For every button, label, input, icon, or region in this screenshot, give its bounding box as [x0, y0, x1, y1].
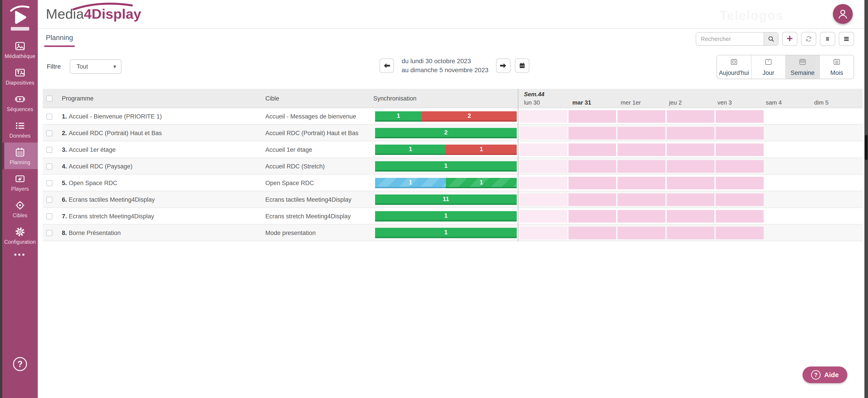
sidebar-item-diapositives[interactable]: Diapositives	[2, 63, 38, 90]
day-cell-scheduled[interactable]	[667, 144, 715, 156]
day-cell-empty[interactable]	[814, 127, 862, 140]
sync-bar[interactable]: 1	[375, 228, 517, 238]
sidebar-item-sequences[interactable]: Séquences	[2, 90, 38, 116]
day-cell-scheduled[interactable]	[519, 160, 567, 173]
stop-button[interactable]	[820, 32, 835, 46]
day-cell-scheduled[interactable]	[667, 210, 715, 223]
sync-bar[interactable]: 2	[375, 128, 517, 138]
day-cell-scheduled[interactable]	[716, 177, 764, 189]
sidebar-help-button[interactable]: ?	[13, 357, 27, 371]
scrollbar-thumb[interactable]	[865, 135, 868, 160]
day-cell-scheduled[interactable]	[618, 227, 665, 239]
row-checkbox[interactable]	[46, 197, 52, 203]
day-cell-scheduled[interactable]	[716, 127, 764, 140]
sync-bar[interactable]: 11	[375, 194, 517, 205]
sync-bar[interactable]: 12	[375, 111, 517, 122]
sidebar-item-players[interactable]: Players	[2, 169, 38, 195]
day-cell-scheduled[interactable]	[716, 144, 764, 156]
day-cell-scheduled[interactable]	[519, 193, 567, 206]
day-cell-empty[interactable]	[765, 144, 813, 156]
day-cell-empty[interactable]	[814, 160, 862, 173]
row-checkbox[interactable]	[46, 213, 52, 219]
day-cell-scheduled[interactable]	[716, 193, 764, 206]
select-all-checkbox[interactable]	[46, 96, 52, 102]
day-cell-scheduled[interactable]	[667, 127, 715, 140]
day-cell-scheduled[interactable]	[519, 127, 567, 140]
day-cell-empty[interactable]	[814, 110, 862, 123]
day-cell-empty[interactable]	[765, 193, 813, 206]
sync-bar[interactable]: 11	[375, 178, 517, 188]
day-cell-empty[interactable]	[814, 144, 862, 156]
tab-planning[interactable]: Planning	[46, 34, 73, 47]
day-cell-empty[interactable]	[765, 227, 813, 239]
sync-bar[interactable]: 1	[375, 211, 517, 221]
day-cell-scheduled[interactable]	[667, 110, 715, 123]
day-cell-empty[interactable]	[765, 127, 813, 140]
user-avatar[interactable]	[833, 4, 853, 24]
sync-bar[interactable]: 1	[375, 161, 517, 172]
table-row[interactable]: 5.Open Space RDCOpen Space RDC11	[43, 175, 863, 191]
day-cell-scheduled[interactable]	[716, 160, 764, 173]
day-cell-scheduled[interactable]	[618, 110, 665, 123]
sync-bar[interactable]: 11	[375, 145, 517, 155]
search-button[interactable]	[764, 33, 778, 45]
sidebar-item-planning[interactable]: Planning	[2, 143, 38, 169]
add-button[interactable]: +	[782, 32, 797, 46]
day-cell-scheduled[interactable]	[519, 144, 567, 156]
day-cell-empty[interactable]	[814, 210, 862, 223]
sidebar-item-donnees[interactable]: Données	[2, 116, 38, 143]
row-checkbox[interactable]	[46, 230, 52, 236]
search-input[interactable]	[696, 33, 764, 45]
table-row[interactable]: 1.Accueil - Bienvenue (PRIORITE 1)Accuei…	[43, 108, 863, 125]
day-cell-scheduled[interactable]	[568, 144, 616, 156]
table-row[interactable]: 3.Accueil 1er étageAccueil 1er étage11	[43, 142, 863, 158]
day-cell-empty[interactable]	[765, 210, 813, 223]
day-cell-empty[interactable]	[765, 110, 813, 123]
day-cell-scheduled[interactable]	[618, 144, 665, 156]
day-cell-scheduled[interactable]	[618, 210, 665, 223]
day-cell-scheduled[interactable]	[568, 110, 616, 123]
day-cell-empty[interactable]	[814, 227, 862, 239]
view-button-today[interactable]: Aujourd'hui	[717, 55, 751, 79]
day-cell-scheduled[interactable]	[519, 110, 567, 123]
table-row[interactable]: 7.Ecrans stretch Meeting4DisplayEcrans s…	[43, 208, 863, 225]
day-cell-scheduled[interactable]	[716, 110, 764, 123]
sidebar-item-cibles[interactable]: Cibles	[2, 195, 38, 222]
row-checkbox[interactable]	[46, 147, 52, 153]
day-cell-scheduled[interactable]	[568, 177, 616, 189]
day-cell-scheduled[interactable]	[716, 227, 764, 239]
row-checkbox[interactable]	[46, 163, 52, 170]
menu-button[interactable]	[839, 32, 854, 46]
day-cell-scheduled[interactable]	[519, 177, 567, 189]
help-button[interactable]: ? Aide	[803, 367, 847, 383]
table-row[interactable]: 8.Borne PrésentationMode presentation1	[43, 225, 863, 241]
day-cell-scheduled[interactable]	[519, 210, 567, 223]
row-checkbox[interactable]	[46, 130, 52, 136]
table-row[interactable]: 6.Ecrans tactiles Meeting4DisplayEcrans …	[43, 191, 863, 208]
day-cell-scheduled[interactable]	[667, 193, 715, 206]
app-logo-icon[interactable]	[9, 4, 31, 27]
day-cell-scheduled[interactable]	[667, 227, 715, 239]
day-cell-scheduled[interactable]	[618, 127, 665, 140]
col-cible[interactable]: Cible	[265, 95, 373, 102]
next-week-button[interactable]	[496, 58, 510, 73]
col-programme[interactable]: Programme	[62, 95, 265, 102]
day-cell-empty[interactable]	[814, 193, 862, 206]
filter-select[interactable]: Tout ▾	[70, 59, 121, 74]
sidebar-item-configuration[interactable]: Configuration	[2, 222, 38, 249]
day-cell-scheduled[interactable]	[667, 177, 715, 189]
day-cell-scheduled[interactable]	[568, 210, 616, 223]
table-row[interactable]: 4.Accueil RDC (Paysage)Accueil RDC (Stre…	[43, 158, 863, 175]
row-checkbox[interactable]	[46, 180, 52, 186]
view-button-day[interactable]: Jour	[751, 55, 785, 79]
day-cell-scheduled[interactable]	[667, 160, 715, 173]
view-button-month[interactable]: Mois	[819, 55, 854, 79]
sidebar-more-button[interactable]: •••	[14, 252, 26, 257]
col-synchronisation[interactable]: Synchronisation	[373, 95, 518, 102]
day-cell-scheduled[interactable]	[519, 227, 567, 239]
day-cell-empty[interactable]	[765, 160, 813, 173]
day-cell-empty[interactable]	[814, 177, 862, 189]
day-cell-scheduled[interactable]	[618, 177, 665, 189]
refresh-button[interactable]	[801, 32, 816, 46]
sidebar-item-mediatheque[interactable]: Médiathèque	[2, 36, 38, 63]
